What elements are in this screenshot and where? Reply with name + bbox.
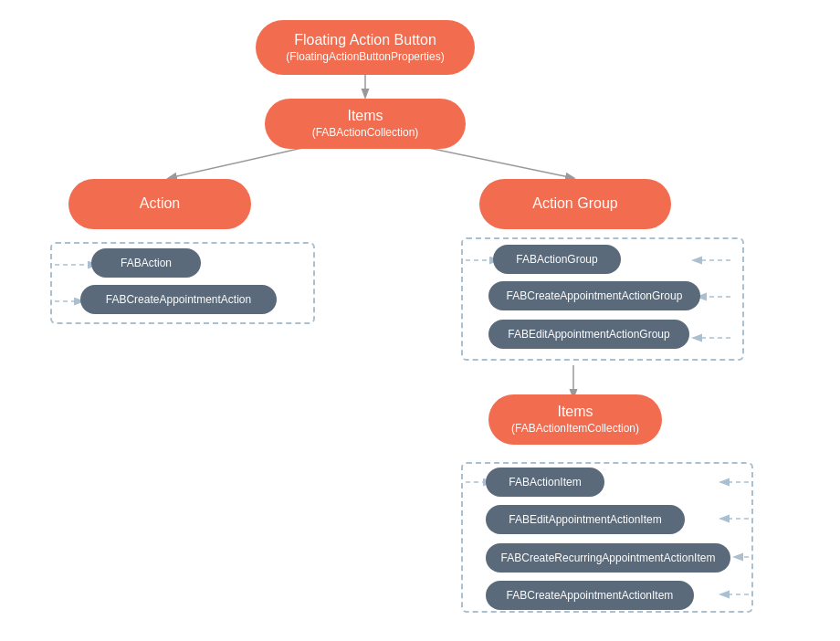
fab-edit-appt-action-group-node: FABEditAppointmentActionGroup — [488, 320, 689, 349]
fab-create-appt-action-group-node: FABCreateAppointmentActionGroup — [488, 281, 700, 310]
fab-action-item-node: FABActionItem — [486, 468, 604, 497]
fab-create-appt-action-group-label: FABCreateAppointmentActionGroup — [507, 289, 683, 302]
fab-create-appt-action-item-label: FABCreateAppointmentActionItem — [507, 589, 674, 602]
fab-create-appt-action-item-node: FABCreateAppointmentActionItem — [486, 581, 694, 610]
svg-line-2 — [420, 146, 573, 178]
action-node: Action — [68, 179, 251, 229]
fab-button-sublabel: (FloatingActionButtonProperties) — [286, 50, 444, 65]
fab-create-recurring-appt-action-item-label: FABCreateRecurringAppointmentActionItem — [501, 552, 716, 564]
items-top-label: Items — [347, 107, 383, 126]
fab-create-appt-action-label: FABCreateAppointmentAction — [106, 293, 251, 306]
items-bottom-label: Items — [557, 403, 593, 422]
fab-create-appt-action-node: FABCreateAppointmentAction — [80, 285, 277, 314]
fab-action-group-node: FABActionGroup — [493, 245, 621, 274]
action-group-label: Action Group — [532, 194, 617, 214]
fab-create-recurring-appt-action-item-node: FABCreateRecurringAppointmentActionItem — [486, 543, 730, 573]
diagram: Floating Action Button (FloatingActionBu… — [0, 0, 840, 641]
items-bottom-node: Items (FABActionItemCollection) — [488, 394, 662, 445]
fab-edit-appt-action-item-label: FABEditAppointmentActionItem — [509, 513, 661, 526]
fab-edit-appt-action-group-label: FABEditAppointmentActionGroup — [508, 328, 669, 341]
fab-action-group-label: FABActionGroup — [516, 253, 597, 266]
fab-action-node: FABAction — [91, 248, 201, 278]
fab-button-node: Floating Action Button (FloatingActionBu… — [256, 20, 475, 75]
items-top-sublabel: (FABActionCollection) — [312, 126, 419, 141]
fab-edit-appt-action-item-node: FABEditAppointmentActionItem — [486, 505, 685, 534]
svg-line-1 — [169, 146, 310, 178]
action-group-node: Action Group — [479, 179, 671, 229]
fab-button-label: Floating Action Button — [294, 31, 436, 50]
action-label: Action — [140, 194, 180, 214]
fab-action-item-label: FABActionItem — [509, 476, 581, 489]
fab-action-label: FABAction — [121, 257, 172, 269]
items-top-node: Items (FABActionCollection) — [265, 99, 466, 149]
items-bottom-sublabel: (FABActionItemCollection) — [511, 422, 639, 436]
